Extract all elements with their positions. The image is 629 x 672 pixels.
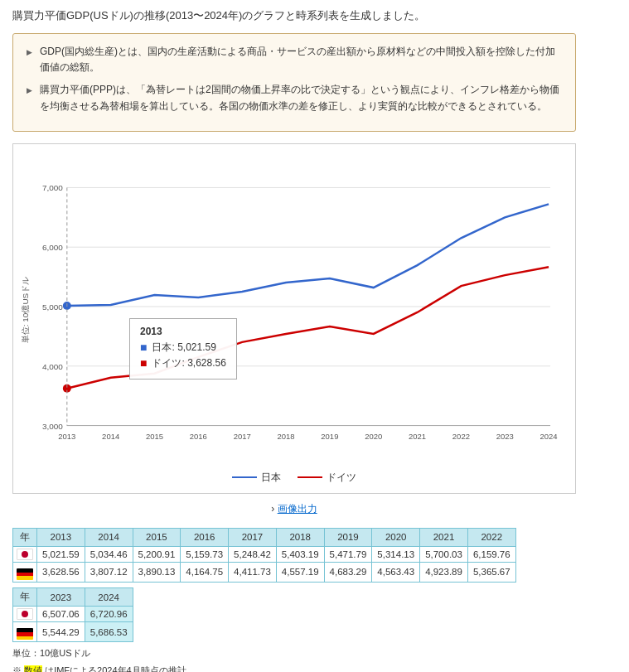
- tooltip-japan-value: 日本: 5,021.59: [152, 341, 215, 355]
- col-year-header: 年: [13, 528, 37, 546]
- jp-2021: 5,700.03: [420, 546, 468, 562]
- svg-text:2016: 2016: [190, 431, 207, 440]
- col-2014: 2014: [85, 528, 133, 546]
- svg-text:2024: 2024: [540, 431, 558, 440]
- info-item-1: GDP(国内総生産)とは、国内の生産活動による商品・サービスの産出額から原材料な…: [27, 44, 562, 75]
- japan-flag-1: [13, 546, 37, 562]
- de-2021: 4,923.89: [420, 562, 468, 582]
- col-2019: 2019: [324, 528, 372, 546]
- svg-text:2022: 2022: [452, 431, 470, 440]
- svg-text:2021: 2021: [409, 431, 426, 440]
- de-2019: 4,683.29: [324, 562, 372, 582]
- de-2018: 4,557.19: [276, 562, 324, 582]
- svg-text:5,000: 5,000: [42, 302, 63, 312]
- legend-japan-line: [232, 476, 257, 478]
- svg-text:2013: 2013: [58, 431, 75, 440]
- legend-japan-label: 日本: [261, 471, 281, 485]
- de-2022: 5,365.67: [467, 562, 515, 582]
- jp-2018: 5,403.19: [276, 546, 324, 562]
- chart-area: 単位: 10億USドル 7,000 6,000 5,000 4,000 3,00…: [22, 152, 567, 467]
- legend-germany: ドイツ: [298, 471, 356, 485]
- de-2020: 4,563.43: [372, 562, 420, 582]
- de-2017: 4,411.73: [229, 562, 277, 582]
- germany-flag-2: [13, 622, 37, 642]
- de-2024: 5,686.53: [85, 622, 133, 642]
- jp-2019: 5,471.79: [324, 546, 372, 562]
- jp-2014: 5,034.46: [85, 546, 133, 562]
- svg-text:3,000: 3,000: [42, 421, 63, 430]
- chart-container: 単位: 10億USドル 7,000 6,000 5,000 4,000 3,00…: [12, 143, 576, 494]
- col-2018: 2018: [276, 528, 324, 546]
- footnote: ※ 数値 はIMFによる2024年4月時点の推計: [12, 665, 576, 672]
- data-table-2: 年 2023 2024 6,507.06 6,720.96 5,544.29 5…: [12, 587, 133, 642]
- jp-2015: 5,200.91: [133, 546, 181, 562]
- svg-text:2015: 2015: [146, 431, 163, 440]
- main-content: 購買力平価GDP(USドル)の推移(2013〜2024年)のグラフと時系列表を生…: [0, 0, 588, 672]
- jp-2017: 5,248.42: [229, 546, 277, 562]
- svg-text:6,000: 6,000: [42, 243, 63, 252]
- de-2014: 3,807.12: [85, 562, 133, 582]
- data-table-1: 年 2013 2014 2015 2016 2017 2018 2019 202…: [12, 528, 516, 583]
- col-2023: 2023: [37, 588, 85, 607]
- info-box: GDP(国内総生産)とは、国内の生産活動による商品・サービスの産出額から原材料な…: [12, 33, 576, 132]
- footnote-suffix: はIMFによる2024年4月時点の推計: [45, 665, 186, 672]
- tooltip-germany-row: ■ ドイツ: 3,628.56: [140, 356, 226, 370]
- col-2013: 2013: [37, 528, 85, 546]
- unit-note: 単位：10億USドル: [12, 647, 576, 660]
- legend-japan: 日本: [232, 471, 281, 485]
- col-2021: 2021: [420, 528, 468, 546]
- tooltip-year: 2013: [140, 326, 226, 337]
- svg-text:2019: 2019: [321, 431, 338, 440]
- chart-legend: 日本 ドイツ: [22, 471, 567, 485]
- svg-text:4,000: 4,000: [42, 362, 63, 371]
- svg-text:2020: 2020: [365, 431, 382, 440]
- svg-text:2014: 2014: [102, 431, 119, 440]
- legend-germany-label: ドイツ: [327, 471, 356, 485]
- jp-2020: 5,314.13: [372, 546, 420, 562]
- chart-svg: 単位: 10億USドル 7,000 6,000 5,000 4,000 3,00…: [22, 152, 567, 467]
- svg-text:2023: 2023: [496, 431, 514, 440]
- col-2015: 2015: [133, 528, 181, 546]
- tooltip-germany-icon: ■: [140, 356, 147, 370]
- info-item-2: 購買力平価(PPP)は、「為替レートは2国間の物価上昇率の比で決定する」という観…: [27, 82, 562, 114]
- col-2017: 2017: [229, 528, 277, 546]
- jp-2023: 6,507.06: [37, 607, 85, 622]
- image-output-link[interactable]: 画像出力: [278, 503, 317, 515]
- col-2016: 2016: [181, 528, 229, 546]
- svg-text:単位: 10億USドル: 単位: 10億USドル: [22, 277, 30, 343]
- germany-row-2: 5,544.29 5,686.53: [13, 622, 133, 642]
- jp-2022: 6,159.76: [467, 546, 515, 562]
- col-2022: 2022: [467, 528, 515, 546]
- japan-row-1: 5,021.59 5,034.46 5,200.91 5,159.73 5,24…: [13, 546, 516, 562]
- de-2023: 5,544.29: [37, 622, 85, 642]
- legend-germany-line: [298, 476, 322, 478]
- jp-2013: 5,021.59: [37, 546, 85, 562]
- jp-2024: 6,720.96: [85, 607, 133, 622]
- tooltip-japan-icon: ■: [140, 341, 147, 354]
- japan-flag-2: [13, 607, 37, 622]
- jp-2016: 5,159.73: [181, 546, 229, 562]
- svg-text:7,000: 7,000: [42, 183, 63, 192]
- tooltip-germany-value: ドイツ: 3,628.56: [152, 356, 225, 370]
- tooltip-japan-row: ■ 日本: 5,021.59: [140, 341, 226, 355]
- col-2020: 2020: [372, 528, 420, 546]
- image-link-container: › 画像出力: [12, 502, 576, 516]
- col-year-header-2: 年: [13, 588, 37, 607]
- japan-row-2: 6,507.06 6,720.96: [13, 607, 133, 622]
- col-2024: 2024: [85, 588, 133, 607]
- footnote-prefix: ※: [12, 665, 22, 672]
- de-2013: 3,628.56: [37, 562, 85, 582]
- germany-row-1: 3,628.56 3,807.12 3,890.13 4,164.75 4,41…: [13, 562, 516, 582]
- de-2015: 3,890.13: [133, 562, 181, 582]
- image-link-prefix: ›: [271, 503, 274, 515]
- svg-text:2018: 2018: [277, 431, 294, 440]
- germany-flag-1: [13, 562, 37, 582]
- de-2016: 4,164.75: [181, 562, 229, 582]
- svg-text:2017: 2017: [234, 431, 251, 440]
- footnote-highlight: 数値: [24, 665, 42, 672]
- tooltip-box: 2013 ■ 日本: 5,021.59 ■ ドイツ: 3,628.56: [129, 318, 237, 380]
- page-title: 購買力平価GDP(USドル)の推移(2013〜2024年)のグラフと時系列表を生…: [12, 8, 576, 23]
